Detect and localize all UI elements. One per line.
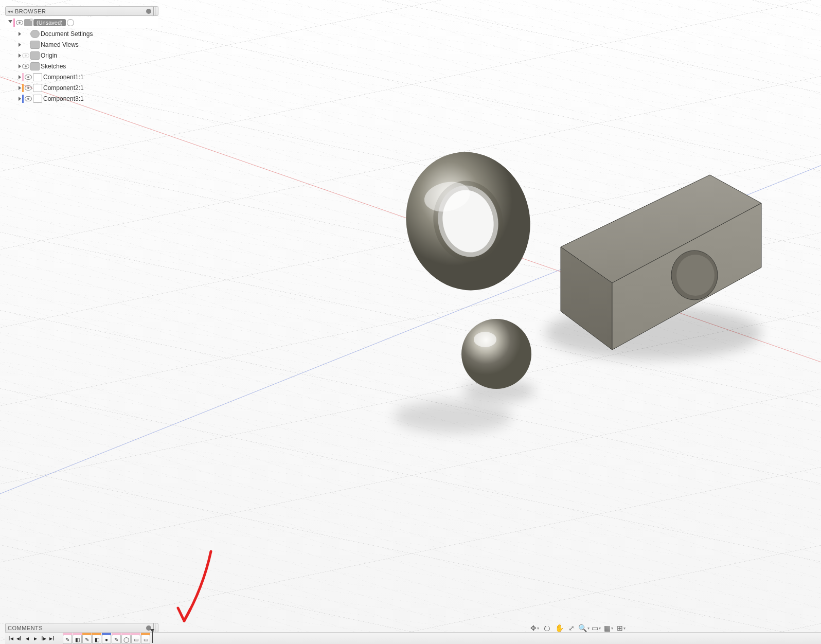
tree-item-label: Document Settings <box>41 30 93 38</box>
gear-icon <box>30 30 40 38</box>
tree-item-label: Component3:1 <box>43 95 84 102</box>
tree-item[interactable]: Document Settings <box>5 28 158 39</box>
root-stripe <box>13 19 15 27</box>
pan-icon[interactable]: ✥▾ <box>530 623 539 633</box>
timeline-feature[interactable]: ◧ <box>92 633 101 644</box>
timeline-start-icon[interactable]: I◂ <box>7 635 14 642</box>
cube-icon <box>33 73 42 81</box>
component-stripe <box>22 73 24 81</box>
timeline-feature[interactable]: ✎ <box>63 633 72 644</box>
comments-title: COMMENTS <box>8 625 144 631</box>
activate-radio[interactable] <box>67 19 74 26</box>
timeline-feature[interactable]: ● <box>102 633 111 644</box>
panel-resize-handle[interactable] <box>153 7 156 15</box>
browser-header[interactable]: ◂◂ BROWSER <box>5 6 158 16</box>
timeline-play-back-icon[interactable]: ◂ <box>24 635 31 642</box>
visibility-icon[interactable] <box>25 84 32 92</box>
expand-icon[interactable] <box>19 53 21 58</box>
timeline-feature[interactable]: ✎ <box>112 633 121 644</box>
timeline-feature[interactable]: ▭ <box>131 633 140 644</box>
timeline-feature[interactable]: ✎ <box>82 633 92 644</box>
component-stripe <box>22 84 24 92</box>
timeline-end-icon[interactable]: ▸I <box>48 635 56 642</box>
comments-header[interactable]: COMMENTS <box>5 623 158 633</box>
visibility-icon[interactable] <box>25 95 32 102</box>
timeline-play-icon[interactable]: ▸ <box>32 635 39 642</box>
document-state: (Unsaved) <box>33 19 66 26</box>
cube-icon <box>33 84 42 92</box>
folder-icon <box>30 51 40 60</box>
expand-icon[interactable] <box>8 20 12 25</box>
tree-item[interactable]: Component2:1 <box>5 82 158 93</box>
grid-icon[interactable]: ▦▾ <box>604 623 613 633</box>
expand-icon[interactable] <box>19 97 21 101</box>
browser-title: BROWSER <box>15 8 144 14</box>
timeline-step-fwd-icon[interactable]: I▸ <box>40 635 47 642</box>
hand-icon[interactable]: ✋ <box>555 623 564 633</box>
comments-panel: COMMENTS <box>5 623 158 633</box>
timeline-feature[interactable]: ◧ <box>73 633 82 644</box>
expand-icon[interactable] <box>19 86 21 90</box>
tree-item[interactable]: Sketches <box>5 61 158 71</box>
folder-icon <box>30 62 40 70</box>
timeline-playhead[interactable] <box>152 632 153 643</box>
tree-item[interactable]: Component3:1 <box>5 93 158 104</box>
tree-item[interactable]: Named Views <box>5 39 158 50</box>
tree-item[interactable]: Component1:1 <box>5 71 158 82</box>
browser-tree: (Unsaved) Document SettingsNamed ViewsOr… <box>5 17 158 104</box>
expand-icon[interactable] <box>19 75 21 79</box>
visibility-icon[interactable] <box>22 63 29 70</box>
visibility-icon[interactable] <box>16 19 23 26</box>
expand-icon[interactable] <box>19 32 21 36</box>
zoom-fit-icon[interactable]: ⤢ <box>567 623 576 633</box>
svg-point-16 <box>474 332 496 347</box>
navigation-toolbar: ✥▾ ⭮ ✋ ⤢ 🔍▾ ▭▾ ▦▾ ⊞▾ <box>530 623 626 633</box>
expand-icon[interactable] <box>19 64 21 68</box>
tree-item-label: Component1:1 <box>43 74 84 81</box>
tree-item-label: Origin <box>41 52 57 59</box>
orbit-icon[interactable]: ⭮ <box>542 623 551 633</box>
tree-root[interactable]: (Unsaved) <box>5 17 158 28</box>
zoom-icon[interactable]: 🔍▾ <box>579 623 588 633</box>
visibility-icon[interactable] <box>25 74 32 81</box>
display-icon[interactable]: ▭▾ <box>592 623 601 633</box>
cube-icon <box>33 95 42 103</box>
timeline-step-back-icon[interactable]: ◂I <box>15 635 23 642</box>
svg-point-11 <box>676 255 715 296</box>
tree-item[interactable]: Origin <box>5 50 158 61</box>
tree-item-label: Sketches <box>41 63 66 70</box>
timeline-features: ✎◧✎◧●✎◯▭▭ <box>63 633 150 644</box>
component-stripe <box>22 95 24 103</box>
tree-item-label: Named Views <box>41 41 79 48</box>
timeline-feature[interactable]: ◯ <box>121 633 131 644</box>
rewind-icon[interactable]: ◂◂ <box>8 9 13 14</box>
timeline-feature[interactable]: ▭ <box>141 633 150 644</box>
expand-icon[interactable] <box>19 43 21 47</box>
folder-icon <box>30 41 40 49</box>
tree-item-label: Component2:1 <box>43 84 84 92</box>
layout-icon[interactable]: ⊞▾ <box>616 623 626 633</box>
svg-point-6 <box>394 400 512 433</box>
panel-settings-icon[interactable] <box>146 9 151 14</box>
timeline: I◂ ◂I ◂ ▸ I▸ ▸I ✎◧✎◧●✎◯▭▭ <box>5 632 821 644</box>
browser-panel: ◂◂ BROWSER (Unsaved) Document SettingsNa… <box>5 6 158 104</box>
sphere-body <box>461 319 531 389</box>
document-icon <box>24 19 32 26</box>
visibility-icon[interactable] <box>22 52 29 59</box>
